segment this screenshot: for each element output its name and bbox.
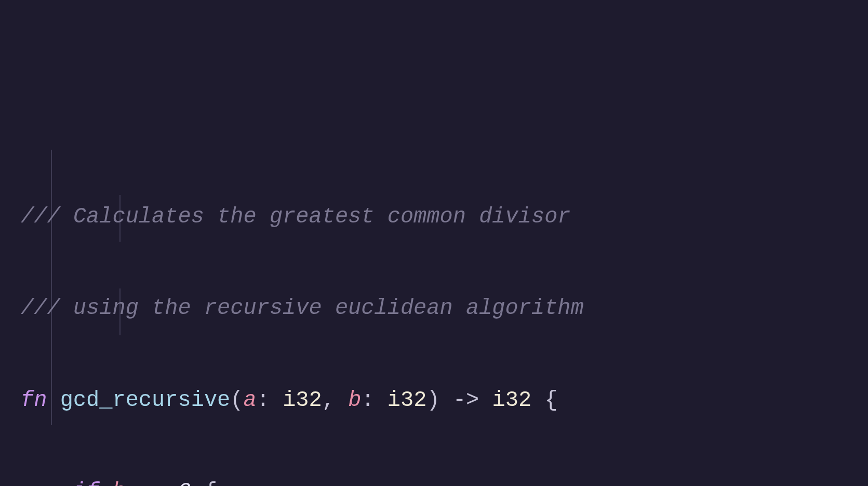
colon: : [257,388,270,413]
keyword-if: if [73,479,99,486]
brace-open: { [204,479,217,486]
arrow: -> [440,388,492,413]
code-line: /// using the recursive euclidean algori… [21,285,847,331]
paren-close: ) [426,388,439,413]
brace-open: { [531,388,557,413]
colon: : [361,388,374,413]
type-i32: i32 [375,388,427,413]
param-a: a [244,388,257,413]
doc-comment: /// Calculates the greatest common divis… [21,204,571,229]
keyword-fn: fn [21,388,47,413]
return-type: i32 [492,388,532,413]
paren-open: ( [230,388,243,413]
variable-b: b [112,479,125,486]
code-line: /// Calculates the greatest common divis… [21,194,847,240]
number-literal: 0 [178,479,191,486]
code-line: if b == 0 { [21,469,847,486]
code-editor-block: /// Calculates the greatest common divis… [21,10,847,486]
comma: , [322,388,335,413]
doc-comment: /// using the recursive euclidean algori… [21,296,584,321]
operator-eq: == [139,479,165,486]
type-i32: i32 [270,388,322,413]
code-line: fn gcd_recursive(a: i32, b: i32) -> i32 … [21,377,847,423]
param-b: b [335,388,361,413]
function-name: gcd_recursive [60,388,231,413]
